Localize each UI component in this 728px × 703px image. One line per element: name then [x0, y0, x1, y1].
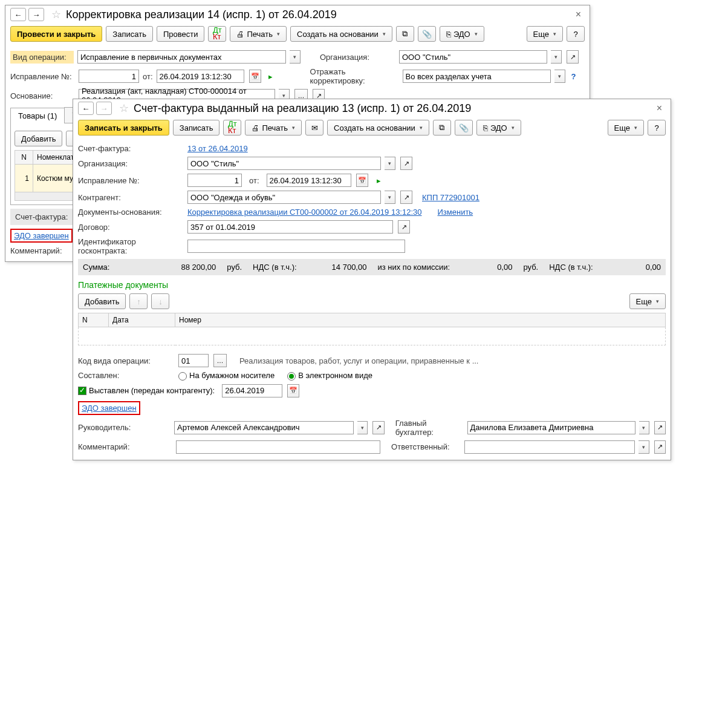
window-title: Корректировка реализации 14 (испр. 1) от…	[66, 8, 337, 21]
move-down-button: ↓	[151, 293, 169, 309]
write-button[interactable]: Записать	[173, 120, 220, 136]
write-close-button[interactable]: Записать и закрыть	[78, 120, 169, 136]
op-type-field[interactable]: Исправление в первичных документах	[77, 50, 286, 64]
help-button[interactable]: ?	[567, 26, 585, 42]
issued-checkbox[interactable]: Выставлен (передан контрагенту):	[78, 386, 215, 396]
op-code-field[interactable]: 01	[178, 354, 209, 367]
corr-no-field[interactable]: 1	[79, 70, 139, 83]
kpp-link[interactable]: КПП 772901001	[422, 193, 479, 202]
reflect-help[interactable]: ?	[571, 72, 576, 81]
responsible-field[interactable]	[464, 440, 635, 454]
reflect-label: Отражать корректировку:	[310, 67, 399, 85]
comment-field[interactable]	[176, 440, 381, 454]
create-based-button[interactable]: Создать на основании	[290, 26, 392, 42]
post-and-close-button[interactable]: Провести и закрыть	[10, 26, 102, 42]
contract-field[interactable]: 357 от 01.04.2019	[187, 220, 393, 234]
org-field[interactable]: ООО "Стиль"	[187, 157, 381, 170]
close-button[interactable]: ×	[572, 8, 585, 21]
close-button[interactable]: ×	[653, 102, 666, 115]
paydocs-more-button[interactable]: Еще	[629, 293, 666, 309]
window-title: Счет-фактура выданный на реализацию 13 (…	[134, 102, 471, 115]
add-row-button[interactable]: Добавить	[15, 131, 62, 146]
sf-link[interactable]: 13 от 26.04.2019	[187, 144, 248, 153]
head-field[interactable]: Артемов Алексей Александрович	[174, 421, 354, 434]
print-button[interactable]: 🖨 Печать	[245, 120, 302, 136]
struct-button[interactable]: ⧉	[433, 120, 451, 136]
help-button[interactable]: ?	[648, 120, 666, 136]
chief-acc-field[interactable]: Данилова Елизавета Дмитриевна	[467, 421, 635, 434]
reflect-field[interactable]: Во всех разделах учета	[403, 70, 551, 83]
org-dd[interactable]: ▾	[551, 50, 562, 64]
print-button[interactable]: 🖨 Печать	[230, 26, 287, 42]
tab-goods[interactable]: Товары (1)	[10, 108, 65, 123]
issued-date-field[interactable]: 26.04.2019	[222, 384, 282, 397]
paydocs-table[interactable]: NДатаНомер	[78, 313, 666, 345]
paydocs-add-button[interactable]: Добавить	[78, 293, 126, 309]
org-label: Организация:	[320, 53, 395, 62]
org-field[interactable]: ООО "Стиль"	[399, 50, 547, 64]
contragent-field[interactable]: ООО "Одежда и обувь"	[187, 191, 381, 204]
post-button[interactable]: Провести	[157, 26, 205, 42]
fav-icon[interactable]: ☆	[119, 102, 129, 115]
edo-button[interactable]: ⎘ ЭДО	[440, 26, 484, 42]
attach-button[interactable]: 📎	[418, 26, 436, 42]
doc-status-icon: ▸	[377, 176, 381, 185]
dtkt-button[interactable]: ДтКт	[208, 26, 226, 42]
corr-no-field[interactable]: 1	[187, 174, 242, 187]
electronic-radio[interactable]: В электронном виде	[287, 371, 372, 381]
date-field[interactable]: 26.04.2019 13:12:30	[267, 174, 351, 187]
calendar-icon[interactable]: 📅	[249, 70, 261, 83]
doc-status-icon: ▸	[268, 72, 273, 81]
edo-done-link[interactable]: ЭДО завершен	[14, 231, 69, 240]
struct-button[interactable]: ⧉	[396, 26, 414, 42]
attach-button[interactable]: 📎	[455, 120, 473, 136]
move-up-button: ↑	[129, 293, 148, 309]
paper-radio[interactable]: На бумажном носителе	[178, 371, 275, 381]
more-button[interactable]: Еще	[608, 120, 644, 136]
basis-label: Основание:	[10, 91, 75, 100]
date-field[interactable]: 26.04.2019 13:12:30	[157, 70, 244, 83]
comment-label: Комментарий:	[10, 246, 62, 255]
more-button[interactable]: Еще	[527, 26, 563, 42]
paydocs-title: Платежные документы	[78, 280, 666, 290]
forward-button[interactable]: →	[28, 8, 44, 21]
reflect-dd[interactable]: ▾	[554, 70, 565, 83]
change-link[interactable]: Изменить	[438, 208, 473, 217]
docs-basis-link[interactable]: Корректировка реализации СТ00-000002 от …	[187, 208, 422, 217]
fav-icon[interactable]: ☆	[51, 8, 61, 21]
invoice-window: ← → ☆ Счет-фактура выданный на реализаци…	[73, 99, 671, 460]
op-type-label: Вид операции:	[10, 51, 74, 64]
op-type-dd[interactable]: ▾	[290, 50, 301, 64]
sf-label: Счет-фактура:	[15, 212, 68, 221]
org-open[interactable]: ↗	[567, 50, 579, 64]
write-button[interactable]: Записать	[106, 26, 153, 42]
corr-no-label: Исправление №:	[10, 72, 75, 81]
mail-button[interactable]: ✉	[305, 120, 323, 136]
back-button[interactable]: ←	[10, 8, 26, 21]
forward-button[interactable]: →	[96, 102, 112, 115]
goscontract-field[interactable]	[187, 240, 405, 253]
calendar-icon[interactable]: 📅	[287, 384, 299, 397]
edo-button[interactable]: ⎘ ЭДО	[476, 120, 521, 136]
create-based-button[interactable]: Создать на основании	[327, 120, 429, 136]
back-button[interactable]: ←	[78, 102, 94, 115]
edo-done-link[interactable]: ЭДО завершен	[82, 404, 137, 413]
dtkt-button[interactable]: ДтКт	[223, 120, 241, 136]
calendar-icon[interactable]: 📅	[356, 174, 368, 187]
